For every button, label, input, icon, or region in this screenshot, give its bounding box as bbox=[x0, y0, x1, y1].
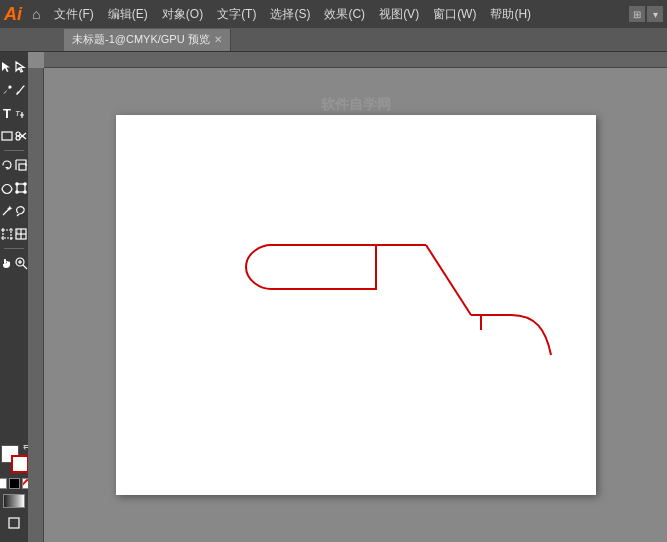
tool-row-type: T T bbox=[0, 102, 28, 124]
hand-tool[interactable] bbox=[0, 252, 14, 274]
grid-view-button[interactable]: ⊞ bbox=[629, 6, 645, 22]
tool-separator-2 bbox=[4, 248, 24, 249]
zoom-tool[interactable] bbox=[14, 252, 28, 274]
gradient-swatch[interactable] bbox=[3, 494, 25, 508]
tab-bar: 未标题-1@CMYK/GPU 预览 ✕ bbox=[0, 28, 667, 52]
slice-tool[interactable]: 1 bbox=[14, 223, 28, 245]
menu-window[interactable]: 窗口(W) bbox=[427, 4, 482, 25]
svg-rect-14 bbox=[3, 230, 11, 238]
title-bar: Ai ⌂ 文件(F) 编辑(E) 对象(O) 文字(T) 选择(S) 效果(C)… bbox=[0, 0, 667, 28]
magic-wand-tool[interactable] bbox=[0, 200, 14, 222]
tool-row-selection bbox=[0, 56, 28, 78]
tool-row-transform bbox=[0, 154, 28, 176]
home-icon[interactable]: ⌂ bbox=[32, 6, 40, 22]
menu-effect[interactable]: 效果(C) bbox=[318, 4, 371, 25]
drawing-canvas[interactable] bbox=[116, 115, 596, 495]
tool-row-select2 bbox=[0, 200, 28, 222]
tool-row-warp bbox=[0, 177, 28, 199]
tool-row-hand bbox=[0, 252, 28, 274]
toolbar: T T bbox=[0, 52, 28, 542]
svg-text:1: 1 bbox=[16, 229, 19, 234]
rotate-tool[interactable] bbox=[0, 154, 14, 176]
color-area: ⇄ bbox=[0, 441, 28, 538]
app-logo: Ai bbox=[4, 5, 22, 23]
pen-tool[interactable] bbox=[0, 79, 14, 101]
menu-object[interactable]: 对象(O) bbox=[156, 4, 209, 25]
tool-row-artboard: 1 bbox=[0, 223, 28, 245]
default-fill-swatch[interactable] bbox=[0, 478, 7, 489]
stroke-color-box[interactable] bbox=[11, 455, 28, 473]
draw-mode-normal[interactable] bbox=[3, 512, 25, 534]
svg-line-28 bbox=[23, 265, 27, 269]
svg-point-12 bbox=[24, 191, 26, 193]
menu-type[interactable]: 文字(T) bbox=[211, 4, 262, 25]
tab-close-button[interactable]: ✕ bbox=[214, 34, 222, 45]
default-stroke-swatch[interactable] bbox=[9, 478, 20, 489]
scissors-tool[interactable] bbox=[14, 125, 28, 147]
window-controls: ⊞ ▾ bbox=[629, 6, 663, 22]
shape-rounded-left bbox=[246, 245, 376, 289]
menu-file[interactable]: 文件(F) bbox=[48, 4, 99, 25]
type-tool[interactable]: T bbox=[0, 102, 14, 124]
main-area: T T bbox=[0, 52, 667, 542]
svg-line-13 bbox=[3, 209, 9, 215]
menu-select[interactable]: 选择(S) bbox=[264, 4, 316, 25]
touch-type-tool[interactable]: T bbox=[14, 102, 28, 124]
tab-document[interactable]: 未标题-1@CMYK/GPU 预览 ✕ bbox=[64, 29, 231, 51]
svg-rect-7 bbox=[19, 164, 26, 170]
artboard bbox=[116, 115, 596, 495]
rectangle-tool[interactable] bbox=[0, 125, 14, 147]
svg-point-9 bbox=[16, 183, 18, 185]
canvas-area: 软件自学网 WWW.RJZXW.COM bbox=[28, 52, 667, 542]
scale-tool[interactable] bbox=[14, 154, 28, 176]
svg-rect-31 bbox=[9, 518, 19, 528]
menu-help[interactable]: 帮助(H) bbox=[484, 4, 537, 25]
menu-edit[interactable]: 编辑(E) bbox=[102, 4, 154, 25]
ruler-top bbox=[44, 52, 667, 68]
chevron-down-icon[interactable]: ▾ bbox=[647, 6, 663, 22]
tool-row-shape bbox=[0, 125, 28, 147]
svg-text:T: T bbox=[15, 109, 21, 118]
ruler-left bbox=[28, 68, 44, 542]
direct-selection-tool[interactable] bbox=[14, 56, 28, 78]
tab-label: 未标题-1@CMYK/GPU 预览 bbox=[72, 32, 210, 47]
svg-rect-2 bbox=[2, 132, 12, 140]
tool-separator-1 bbox=[4, 150, 24, 151]
tool-row-pen bbox=[0, 79, 28, 101]
canvas-content[interactable]: 软件自学网 WWW.RJZXW.COM bbox=[44, 68, 667, 542]
svg-point-0 bbox=[9, 86, 11, 88]
selection-tool[interactable] bbox=[0, 56, 14, 78]
svg-point-4 bbox=[16, 136, 20, 140]
pencil-tool[interactable] bbox=[14, 79, 28, 101]
menu-bar: 文件(F) 编辑(E) 对象(O) 文字(T) 选择(S) 效果(C) 视图(V… bbox=[48, 4, 537, 25]
free-transform-tool[interactable] bbox=[14, 177, 28, 199]
svg-point-3 bbox=[16, 132, 20, 136]
svg-point-10 bbox=[24, 183, 26, 185]
svg-point-11 bbox=[16, 191, 18, 193]
line-diagonal bbox=[426, 245, 471, 315]
arm-curve bbox=[511, 315, 551, 355]
menu-view[interactable]: 视图(V) bbox=[373, 4, 425, 25]
warp-tool[interactable] bbox=[0, 177, 14, 199]
lasso-tool[interactable] bbox=[14, 200, 28, 222]
artboard-tool[interactable] bbox=[0, 223, 14, 245]
